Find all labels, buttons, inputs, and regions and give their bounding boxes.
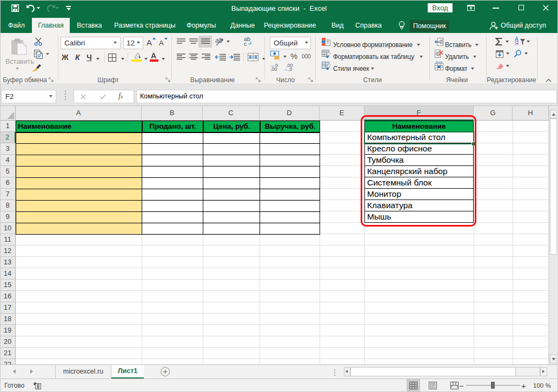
svg-text:c: c <box>244 41 247 46</box>
